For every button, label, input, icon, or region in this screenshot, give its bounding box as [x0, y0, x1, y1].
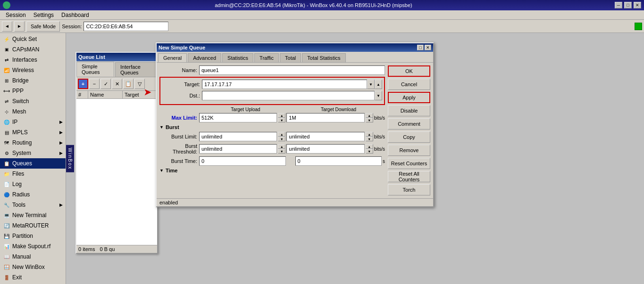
max-limit-download-input[interactable] [286, 113, 364, 122]
sidebar-item-wireless[interactable]: 📶 Wireless [0, 65, 66, 75]
sidebar-item-log[interactable]: 📄 Log [0, 179, 66, 189]
nsq-title: New Simple Queue [159, 45, 205, 50]
nsq-tab-statistics[interactable]: Statistics [222, 53, 253, 62]
burst-threshold-download-up[interactable]: ▲ [366, 144, 373, 149]
dst-input[interactable] [202, 91, 375, 100]
session-input[interactable] [84, 22, 168, 31]
max-limit-download-down[interactable]: ▼ [366, 118, 373, 122]
sidebar-item-partition[interactable]: 💾 Partition [0, 231, 66, 241]
max-limit-upload-up[interactable]: ▲ [278, 113, 285, 118]
burst-limit-label: Burst Limit: [159, 134, 197, 139]
sidebar-item-interfaces[interactable]: ⇄ Interfaces [0, 55, 66, 65]
max-limit-label: Max Limit: [159, 115, 197, 121]
dst-dropdown-btn[interactable]: ▼ [375, 91, 382, 100]
nsq-minimize-button[interactable]: □ [417, 45, 424, 50]
tab-interface-queues[interactable]: Interface Queues [115, 62, 156, 77]
target-input[interactable] [202, 80, 367, 89]
sidebar-item-switch[interactable]: ⇌ Switch [0, 96, 66, 106]
nsq-tab-advanced[interactable]: Advanced [188, 53, 221, 62]
apply-button[interactable]: Apply [388, 92, 430, 103]
sidebar-item-routing[interactable]: 🗺 Routing ▶ [0, 138, 66, 148]
sidebar-item-make-supout[interactable]: 📊 Make Supout.rf [0, 241, 66, 252]
sidebar-item-exit[interactable]: 🚪 Exit [0, 272, 66, 283]
burst-toggle[interactable]: ▼ Burst [159, 124, 385, 130]
reset-counters-button[interactable]: Reset Counters [388, 158, 430, 169]
time-toggle[interactable]: ▼ Time [159, 168, 385, 173]
nsq-tab-total-statistics[interactable]: Total Statistics [302, 53, 345, 62]
comment-button[interactable]: Comment [388, 118, 430, 130]
burst-threshold-upload-up[interactable]: ▲ [278, 144, 285, 149]
nsq-tab-total[interactable]: Total [280, 53, 301, 62]
sidebar-item-tools[interactable]: 🔧 Tools ▶ [0, 200, 66, 210]
sidebar-item-capsman[interactable]: ▣ CAPsMAN [0, 44, 66, 55]
back-button[interactable]: ◄ [2, 21, 12, 32]
sidebar-item-ip[interactable]: 🌐 IP ▶ [0, 117, 66, 127]
max-limit-upload-input[interactable] [199, 113, 277, 122]
enable-queue-button[interactable]: ✓ [100, 79, 111, 89]
filter-queue-button[interactable]: ▽ [134, 79, 145, 89]
torch-button[interactable]: Torch [388, 184, 430, 195]
target-dropdown-btn[interactable]: ▼ [367, 80, 375, 89]
burst-limit-upload-up[interactable]: ▲ [278, 132, 285, 137]
burst-limit-download-up[interactable]: ▲ [366, 132, 373, 137]
max-limit-download-up[interactable]: ▲ [366, 113, 373, 118]
safe-mode-button[interactable]: Safe Mode [26, 21, 60, 32]
copy-queue-button[interactable]: 📋 [123, 79, 134, 89]
burst-limit-download-down[interactable]: ▼ [366, 137, 373, 141]
forward-button[interactable]: ► [14, 21, 25, 32]
sidebar-item-files[interactable]: 📁 Files [0, 169, 66, 179]
cancel-button[interactable]: Cancel [388, 79, 430, 90]
tab-simple-queues[interactable]: Simple Queues [76, 62, 114, 77]
maximize-button[interactable]: □ [624, 2, 632, 8]
burst-time-upload-input[interactable] [199, 156, 286, 166]
sidebar-item-metarouter[interactable]: 🔄 MetaROUTER [0, 220, 66, 231]
nsq-close-button[interactable]: ✕ [425, 45, 431, 50]
remove-button[interactable]: Remove [388, 145, 430, 156]
burst-threshold-upload-input[interactable] [199, 144, 277, 154]
burst-threshold-upload-down[interactable]: ▼ [278, 149, 285, 154]
sidebar-item-queues[interactable]: 📋 Queues [0, 158, 66, 169]
name-input[interactable] [199, 65, 385, 75]
queue-list-title-bar[interactable]: Queue List [76, 53, 157, 61]
copy-button[interactable]: Copy [388, 131, 430, 143]
sidebar-item-system[interactable]: ⚙ System ▶ [0, 148, 66, 158]
burst-limit-upload-down[interactable]: ▼ [278, 137, 285, 141]
content-area: WinBox Queue List Simple Queues Interfac… [66, 33, 644, 284]
burst-limit-upload-input[interactable] [199, 132, 277, 141]
partition-icon: 💾 [3, 232, 10, 240]
nsq-tab-traffic[interactable]: Traffic [254, 53, 279, 62]
sidebar-item-mpls[interactable]: ▤ MPLS ▶ [0, 127, 66, 138]
sidebar-item-ppp[interactable]: ⟷ PPP [0, 86, 66, 96]
remove-queue-button[interactable]: − [89, 79, 100, 89]
minimize-button[interactable]: ─ [615, 2, 622, 8]
nsq-title-bar[interactable]: New Simple Queue □ ✕ [157, 43, 433, 52]
menu-settings[interactable]: Settings [30, 11, 58, 19]
sidebar-item-bridge[interactable]: ⊞ Bridge [0, 75, 66, 86]
mpls-icon: ▤ [3, 129, 10, 136]
sidebar-item-new-winbox[interactable]: 🪟 New WinBox [0, 262, 66, 272]
sidebar-item-new-terminal[interactable]: 💻 New Terminal [0, 210, 66, 220]
burst-threshold-download-input[interactable] [286, 144, 364, 154]
sidebar-item-manual[interactable]: 📖 Manual [0, 252, 66, 262]
add-queue-button[interactable]: + [78, 79, 88, 89]
burst-limit-bits-label: bits/s [374, 134, 385, 139]
sidebar-item-radius[interactable]: 🔵 Radius [0, 189, 66, 200]
burst-time-download-input[interactable] [295, 156, 382, 166]
max-limit-upload-down[interactable]: ▼ [278, 118, 285, 122]
manual-icon: 📖 [3, 253, 10, 260]
close-button[interactable]: ✕ [634, 2, 641, 8]
menu-session[interactable]: Session [2, 11, 30, 19]
sidebar-label-switch: Switch [12, 98, 29, 105]
nsq-tab-general[interactable]: General [158, 53, 187, 62]
disable-button[interactable]: Disable [388, 105, 430, 116]
burst-threshold-download-down[interactable]: ▼ [366, 149, 373, 154]
switch-icon: ⇌ [3, 97, 10, 105]
ok-button[interactable]: OK [388, 65, 430, 77]
menu-dashboard[interactable]: Dashboard [58, 11, 93, 19]
target-expand-btn[interactable]: ▲ [375, 80, 382, 89]
disable-queue-button[interactable]: ✕ [112, 79, 122, 89]
sidebar-item-mesh[interactable]: ⊹ Mesh [0, 106, 66, 117]
sidebar-item-quick-set[interactable]: ⚡ Quick Set [0, 34, 66, 44]
burst-limit-download-input[interactable] [286, 132, 364, 141]
reset-all-counters-button[interactable]: Reset All Counters [388, 171, 430, 182]
